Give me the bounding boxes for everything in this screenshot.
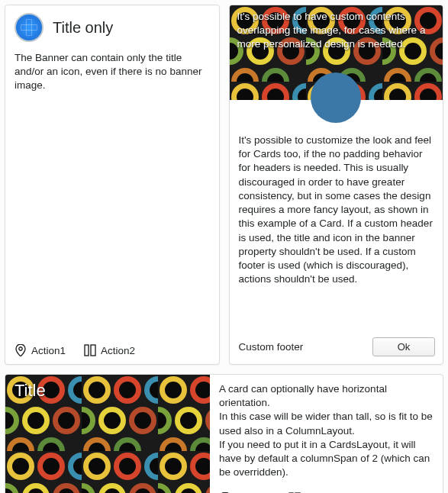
card-title-only: Title only The Banner can contain only t… — [5, 5, 220, 365]
ok-button[interactable]: Ok — [372, 337, 435, 356]
card-custom-header: It's possible to have custom contents ov… — [229, 5, 444, 365]
avatar-icon — [311, 72, 361, 123]
card-body: It's possible to customize the look and … — [230, 123, 443, 333]
card-horizontal: Title A card can optionally have horizon… — [5, 374, 443, 493]
banner-overlay-text: It's possible to have custom contents ov… — [237, 10, 436, 52]
card-actions: Action1 Action2 — [5, 338, 219, 364]
action2-button[interactable]: Action2 — [84, 344, 135, 356]
avatar-wrap — [230, 100, 443, 123]
banner-image: Title — [5, 375, 210, 493]
pin-icon — [15, 344, 27, 356]
card-title: Title only — [53, 19, 113, 37]
card-body: The Banner can contain only the title an… — [5, 48, 219, 338]
action1-button[interactable]: Action1 — [15, 344, 66, 356]
card-body: A card can optionally have horizontal or… — [210, 375, 443, 486]
action1-label: Action1 — [31, 345, 66, 356]
card-actions: Action1 Action2 — [210, 486, 443, 493]
panels-icon — [84, 344, 96, 356]
action2-label: Action2 — [101, 345, 135, 356]
globe-icon — [15, 13, 44, 42]
card-title: Title — [15, 381, 46, 401]
card-header: Title only — [5, 5, 219, 48]
footer-label: Custom footer — [239, 341, 304, 353]
card-footer: Custom footer Ok — [230, 333, 443, 364]
